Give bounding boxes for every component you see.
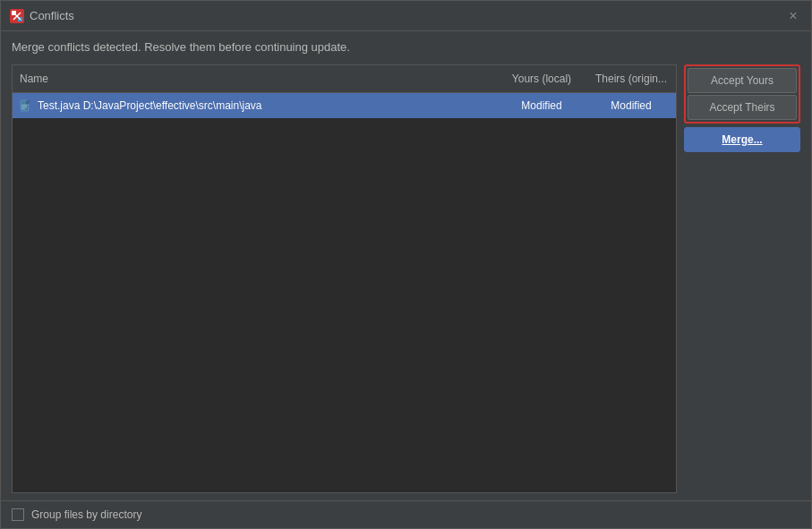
- accept-yours-button[interactable]: Accept Yours: [688, 68, 797, 93]
- group-files-checkbox[interactable]: [12, 508, 24, 521]
- main-area: Name Yours (local) Theirs (origin...: [12, 64, 800, 493]
- filename: Test.java D:\JavaProject\effective\src\m…: [38, 99, 262, 112]
- cell-yours-status: Modified: [497, 96, 586, 115]
- app-icon: [10, 9, 24, 23]
- merge-button[interactable]: Merge...: [684, 127, 800, 152]
- svg-rect-10: [21, 108, 25, 109]
- table-row[interactable]: Test.java D:\JavaProject\effective\src\m…: [13, 93, 676, 118]
- conflicts-dialog: Conflicts × Merge conflicts detected. Re…: [0, 0, 812, 529]
- col-yours-header: Yours (local): [497, 69, 586, 89]
- accept-theirs-button[interactable]: Accept Theirs: [688, 95, 797, 120]
- col-theirs-header: Theirs (origin...: [586, 69, 676, 89]
- svg-rect-8: [21, 105, 27, 106]
- cell-theirs-status: Modified: [586, 96, 676, 115]
- svg-rect-9: [21, 107, 27, 107]
- group-files-checkbox-container[interactable]: Group files by directory: [12, 508, 141, 521]
- dialog-title: Conflicts: [30, 9, 784, 22]
- footer: Group files by directory: [1, 500, 811, 528]
- close-button[interactable]: ×: [784, 7, 802, 25]
- group-files-label: Group files by directory: [31, 508, 141, 521]
- dialog-body: Merge conflicts detected. Resolve them b…: [1, 31, 811, 500]
- table-header: Name Yours (local) Theirs (origin...: [13, 65, 676, 93]
- highlighted-button-group: Accept Yours Accept Theirs: [684, 64, 800, 124]
- table-body: Test.java D:\JavaProject\effective\src\m…: [13, 93, 676, 492]
- conflicts-table: Name Yours (local) Theirs (origin...: [12, 64, 677, 493]
- cell-filename: Test.java D:\JavaProject\effective\src\m…: [13, 96, 497, 115]
- sidebar-buttons: Accept Yours Accept Theirs Merge...: [684, 64, 800, 493]
- java-file-icon: [20, 99, 32, 112]
- info-message: Merge conflicts detected. Resolve them b…: [12, 40, 800, 57]
- col-name-header: Name: [13, 69, 497, 89]
- title-bar: Conflicts ×: [1, 1, 811, 31]
